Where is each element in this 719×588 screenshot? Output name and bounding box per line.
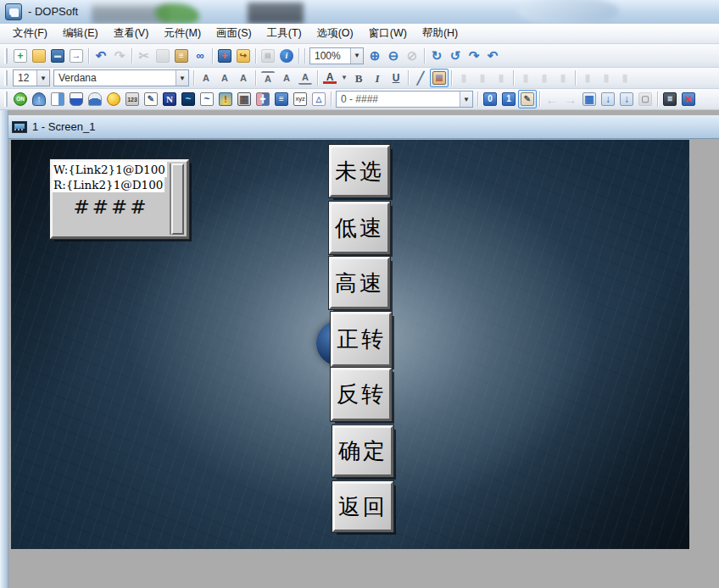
- dopsoft-app-icon[interactable]: [5, 3, 22, 20]
- slider-tool[interactable]: ╋: [254, 90, 272, 108]
- zoom-out-button[interactable]: ⊖: [384, 47, 403, 65]
- character-entry-tool[interactable]: ✎: [142, 90, 160, 108]
- numeric-entry-element[interactable]: W:{Link2}1@D100 R:{Link2}1@D100 ####: [50, 159, 189, 239]
- undo-to-mark-button[interactable]: ↶: [483, 47, 502, 65]
- v-align-top-button[interactable]: A: [259, 69, 277, 87]
- word-lamp-tool[interactable]: N: [160, 90, 179, 108]
- v-align-bottom-button[interactable]: A: [296, 69, 315, 87]
- toolbar-separator: [657, 92, 658, 107]
- menu-options[interactable]: 选项(O): [309, 24, 361, 43]
- title-bar[interactable]: - DOPSoft: [0, 0, 719, 24]
- hmi-button-not-selected[interactable]: 未选: [329, 145, 390, 197]
- hmi-button-forward[interactable]: 正转: [331, 312, 392, 367]
- hmi-button-high-speed[interactable]: 高速: [329, 257, 390, 309]
- v-align-middle-button[interactable]: A: [277, 69, 296, 87]
- chevron-down-icon[interactable]: ▼: [176, 70, 188, 86]
- state-combobox[interactable]: 0 - #### ▼: [336, 91, 473, 108]
- font-color-button[interactable]: A: [320, 69, 339, 87]
- docked-panel-edge[interactable]: [0, 110, 8, 588]
- paste-button[interactable]: ≡: [172, 47, 191, 65]
- italic-button[interactable]: I: [368, 69, 387, 87]
- history-table-tool[interactable]: ≡: [272, 90, 291, 108]
- underline-icon: U: [389, 71, 403, 85]
- indicator-lamp-tool[interactable]: [104, 90, 123, 108]
- toolbar-separator: [131, 48, 132, 64]
- obj-align-bottom-button: ▮: [616, 69, 634, 87]
- redo-action-button[interactable]: ↻: [427, 47, 446, 65]
- underline-button[interactable]: U: [387, 69, 405, 87]
- menu-help[interactable]: 帮助(H): [415, 24, 465, 43]
- zoom-in-button[interactable]: ⊕: [365, 47, 384, 65]
- element-toolbar: ON ↑ 123 ✎ N ~ ~ ! ▦ ╋ ≡ xyz △ 0 - #### …: [0, 89, 719, 110]
- pc-connect-button[interactable]: ≣: [660, 90, 679, 108]
- new-file-button[interactable]: +: [11, 47, 30, 65]
- hmi-button-return[interactable]: 返回: [332, 481, 393, 532]
- find-button[interactable]: ∞: [191, 47, 209, 65]
- element-properties-button[interactable]: ✎: [518, 90, 537, 108]
- screen-window-title: 1 - Screen_1: [32, 120, 95, 133]
- menu-edit[interactable]: 编辑(E): [55, 24, 106, 43]
- set-value-tool[interactable]: [48, 90, 67, 108]
- h-align-left-button[interactable]: A: [197, 69, 215, 87]
- redo-to-mark-button[interactable]: ↷: [465, 47, 483, 65]
- element-properties-icon: ✎: [521, 92, 534, 106]
- on-off-button-tool[interactable]: ON: [11, 90, 30, 108]
- font-family-combobox[interactable]: Verdana ▼: [53, 69, 189, 86]
- menu-window[interactable]: 窗口(W): [361, 24, 415, 43]
- menu-tools[interactable]: 工具(T): [259, 24, 309, 43]
- pc-disconnect-button[interactable]: ✕: [679, 90, 698, 108]
- save-button[interactable]: ▬: [48, 47, 67, 65]
- keypad-tool[interactable]: ▦: [235, 90, 254, 108]
- menu-screen[interactable]: 画面(S): [209, 24, 259, 43]
- meter-display-tool[interactable]: [86, 90, 104, 108]
- state-0-button[interactable]: 0: [481, 90, 499, 108]
- download-screen-button[interactable]: ↓: [617, 90, 636, 108]
- chevron-down-icon[interactable]: ▼: [36, 70, 49, 86]
- bold-button[interactable]: B: [349, 69, 368, 87]
- about-button[interactable]: i: [277, 47, 296, 65]
- undo-button[interactable]: ↶: [92, 47, 110, 65]
- toolbar-separator: [424, 48, 425, 64]
- export-button[interactable]: →: [67, 47, 86, 65]
- add-screen-button[interactable]: +: [215, 47, 234, 65]
- comment-icon: xyz: [293, 92, 307, 106]
- state-1-button[interactable]: 1: [499, 90, 518, 108]
- picture-tool-button[interactable]: [430, 69, 449, 87]
- trend-graph-tool[interactable]: ~: [179, 90, 198, 108]
- h-align-right-button[interactable]: A: [234, 69, 253, 87]
- font-color-dropdown[interactable]: ▼: [339, 69, 349, 87]
- toolbar-separator: [539, 92, 540, 107]
- numeric-entry-scroll-bar[interactable]: [171, 164, 184, 235]
- toolbar-grip[interactable]: [4, 48, 8, 64]
- tank-display-tool[interactable]: [67, 90, 86, 108]
- toolbar-grip[interactable]: [4, 70, 8, 86]
- open-file-button[interactable]: [30, 47, 48, 65]
- hmi-button-confirm[interactable]: 确定: [332, 425, 393, 477]
- chevron-down-icon[interactable]: ▼: [350, 48, 363, 64]
- menu-bar: 文件(F) 编辑(E) 查看(V) 元件(M) 画面(S) 工具(T) 选项(O…: [0, 24, 719, 44]
- draw-shape-tool[interactable]: △: [309, 90, 328, 108]
- undo-action-button[interactable]: ↺: [446, 47, 465, 65]
- font-size-combobox[interactable]: 12 ▼: [13, 69, 50, 86]
- compile-button[interactable]: ▦: [580, 90, 599, 108]
- momentary-button-tool[interactable]: ↑: [30, 90, 48, 108]
- numeric-display-tool[interactable]: 123: [123, 90, 142, 108]
- zoom-level-combobox[interactable]: 100% ▼: [309, 47, 364, 64]
- menu-file[interactable]: 文件(F): [5, 24, 55, 43]
- hmi-button-reverse[interactable]: 反转: [331, 368, 392, 421]
- screen-window-titlebar[interactable]: 1 - Screen_1: [8, 115, 719, 139]
- xy-curve-tool[interactable]: ~: [198, 90, 216, 108]
- menu-element[interactable]: 元件(M): [156, 24, 209, 43]
- toolbar-grip[interactable]: [4, 92, 8, 107]
- open-screen-button[interactable]: ↪: [234, 47, 253, 65]
- hmi-button-low-speed[interactable]: 低速: [329, 202, 390, 254]
- comment-tool[interactable]: xyz: [291, 90, 309, 108]
- download-all-button[interactable]: ↓: [599, 90, 617, 108]
- h-align-center-button[interactable]: A: [215, 69, 234, 87]
- prev-element-button: ←: [543, 90, 561, 108]
- line-tool-button[interactable]: ╱: [411, 69, 430, 87]
- screen-canvas[interactable]: W:{Link2}1@D100 R:{Link2}1@D100 #### 未选 …: [11, 140, 689, 549]
- menu-view[interactable]: 查看(V): [106, 24, 157, 43]
- alarm-lamp-tool[interactable]: !: [216, 90, 235, 108]
- chevron-down-icon[interactable]: ▼: [460, 92, 472, 107]
